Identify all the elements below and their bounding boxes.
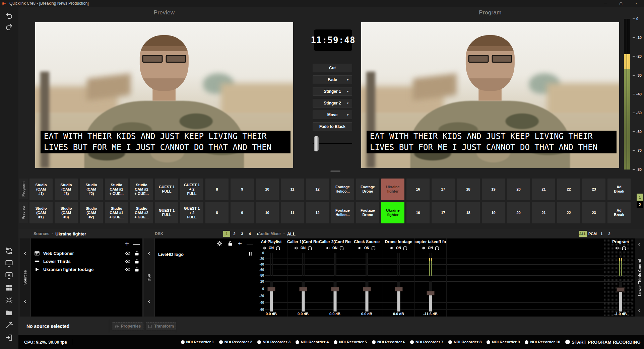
program-source-button[interactable]: GUEST 1 + 2 FULL xyxy=(180,179,203,200)
wand-icon[interactable] xyxy=(5,321,13,329)
ndi-recorder-button[interactable]: NDI Recorder 2 xyxy=(219,340,252,344)
eye-icon[interactable] xyxy=(125,251,131,256)
headphones-icon[interactable] xyxy=(435,246,440,251)
program-source-button[interactable]: 20 xyxy=(507,179,530,200)
channel-on-label[interactable]: ON xyxy=(364,246,369,250)
program-source-button[interactable]: 8 xyxy=(205,179,229,200)
program-source-button[interactable]: Ukraine fighter xyxy=(381,179,404,200)
preview-source-button[interactable]: Studio (CAM #1) xyxy=(29,202,53,223)
headphones-icon[interactable] xyxy=(339,246,344,251)
channel-on-label[interactable]: ON xyxy=(269,246,274,250)
stinger-1-button[interactable]: Stinger 1▼ xyxy=(313,87,352,96)
program-source-button[interactable]: Studio CAM #2 + GUE... xyxy=(130,179,153,200)
preview-source-button[interactable]: 16 xyxy=(406,202,430,223)
program-source-button[interactable]: 16 xyxy=(406,179,430,200)
channel-on-label[interactable]: ON xyxy=(428,246,433,250)
stinger-2-button[interactable]: Stinger 2▼ xyxy=(313,99,352,108)
fader-handle[interactable] xyxy=(299,287,307,291)
eye-icon[interactable] xyxy=(125,259,131,264)
start-program-recording-button[interactable]: START PROGRAM RECORDING xyxy=(565,340,641,345)
preview-source-button[interactable]: GUEST 1 FULL xyxy=(155,202,178,223)
fader-track[interactable] xyxy=(302,281,305,311)
speaker-icon[interactable] xyxy=(358,246,363,251)
headphones-icon[interactable] xyxy=(403,246,408,251)
fader-track[interactable] xyxy=(397,281,400,311)
preview-source-button[interactable]: Studio CAM #1 + GUE... xyxy=(105,202,128,223)
speaker-icon[interactable] xyxy=(615,246,620,251)
preview-source-button[interactable]: Footage Drone xyxy=(356,202,379,223)
source-bank-page-1[interactable]: 1 xyxy=(637,194,643,201)
program-source-button[interactable]: 21 xyxy=(532,179,555,200)
ndi-recorder-button[interactable]: NDI Recorder 1 xyxy=(181,340,214,344)
dsk-tab-2[interactable]: 2 xyxy=(231,231,238,237)
properties-button[interactable]: Properties xyxy=(112,322,143,330)
screen-share-icon[interactable] xyxy=(5,271,13,279)
maximize-button[interactable]: ▢ xyxy=(613,0,629,7)
fader-track[interactable] xyxy=(333,281,336,311)
preview-source-button[interactable]: Studio CAM #2 + GUE... xyxy=(130,202,153,223)
preview-monitor[interactable]: EAT WITH THEIR KIDS AND JUST KEEP LIVING… xyxy=(35,22,293,168)
speaker-icon[interactable] xyxy=(421,246,426,251)
minimize-button[interactable]: — xyxy=(598,0,613,7)
preview-source-button[interactable]: Footage Helico... xyxy=(331,202,354,223)
lock-open-icon[interactable] xyxy=(134,259,140,264)
preview-source-button[interactable]: 22 xyxy=(557,202,580,223)
fader-handle[interactable] xyxy=(331,287,339,291)
program-source-button[interactable]: Studio (CAM #2) xyxy=(80,179,103,200)
program-source-button[interactable]: 11 xyxy=(281,179,304,200)
preview-source-button[interactable]: 11 xyxy=(281,202,304,223)
fader-track[interactable] xyxy=(270,281,273,311)
lock-open-icon[interactable] xyxy=(134,267,140,272)
headphones-icon[interactable] xyxy=(275,246,280,251)
fader-handle[interactable] xyxy=(427,291,435,295)
fader-track[interactable] xyxy=(619,281,622,311)
lock-open-icon[interactable] xyxy=(227,240,233,247)
fade-button[interactable]: Fade▼ xyxy=(313,75,352,84)
preview-source-button[interactable]: 23 xyxy=(582,202,605,223)
ndi-recorder-button[interactable]: NDI Recorder 8 xyxy=(448,340,481,344)
gear-icon[interactable] xyxy=(5,296,13,304)
mixer-tab-ALL[interactable]: ALL xyxy=(579,231,587,237)
ndi-recorder-button[interactable]: NDI Recorder 7 xyxy=(410,340,443,344)
dsk-collapse-strip[interactable]: DSK xyxy=(144,238,154,317)
ndi-recorder-button[interactable]: NDI Recorder 5 xyxy=(334,340,367,344)
mixer-tab-2[interactable]: 2 xyxy=(606,231,613,237)
speaker-icon[interactable] xyxy=(326,246,331,251)
ndi-recorder-button[interactable]: NDI Recorder 3 xyxy=(257,340,291,344)
mixer-tab-1[interactable]: 1 xyxy=(598,231,605,237)
ndi-recorder-button[interactable]: NDI Recorder 9 xyxy=(487,340,520,344)
eye-icon[interactable] xyxy=(125,267,131,272)
program-source-button[interactable]: 23 xyxy=(582,179,605,200)
dsk-item-label[interactable]: LiveHD logo xyxy=(158,252,184,257)
lock-open-icon[interactable] xyxy=(134,251,140,256)
lower-thirds-control-strip[interactable]: Lower Thirds Control xyxy=(635,238,644,317)
preview-source-button[interactable]: 21 xyxy=(532,202,555,223)
sources-collapse-strip[interactable]: Sources xyxy=(20,238,30,317)
program-source-button[interactable]: 18 xyxy=(457,179,480,200)
speaker-icon[interactable] xyxy=(389,246,394,251)
folder-icon[interactable] xyxy=(5,309,13,317)
pause-icon[interactable] xyxy=(248,251,253,257)
program-source-button[interactable]: 22 xyxy=(557,179,580,200)
preview-source-button[interactable]: Studio (CAM #3) xyxy=(55,202,78,223)
headphones-icon[interactable] xyxy=(622,246,627,251)
channel-on-label[interactable]: ON xyxy=(396,246,401,250)
add-dsk-button[interactable]: + xyxy=(238,240,242,247)
logout-icon[interactable] xyxy=(5,334,13,342)
source-item[interactable]: Ukranian fighter footage xyxy=(34,265,140,273)
preview-source-button[interactable]: 12 xyxy=(306,202,329,223)
transform-button[interactable]: Transform xyxy=(146,322,176,330)
preview-source-button[interactable]: Ad Break xyxy=(607,202,631,223)
apps-grid-icon[interactable] xyxy=(5,284,13,292)
move-button[interactable]: Move▼ xyxy=(313,111,352,119)
display-icon[interactable] xyxy=(5,259,13,267)
t-bar-handle[interactable] xyxy=(314,136,319,152)
preview-source-button[interactable]: Ukraine fighter xyxy=(381,202,404,223)
program-source-button[interactable]: 17 xyxy=(432,179,455,200)
source-bank-page-2[interactable]: 2 xyxy=(637,201,643,208)
headphones-icon[interactable] xyxy=(307,246,312,251)
preview-source-button[interactable]: GUEST 1 + 2 FULL xyxy=(180,202,203,223)
add-source-button[interactable]: + xyxy=(124,240,130,247)
dsk-tab-3[interactable]: 3 xyxy=(239,231,246,237)
preview-source-button[interactable]: 20 xyxy=(507,202,530,223)
